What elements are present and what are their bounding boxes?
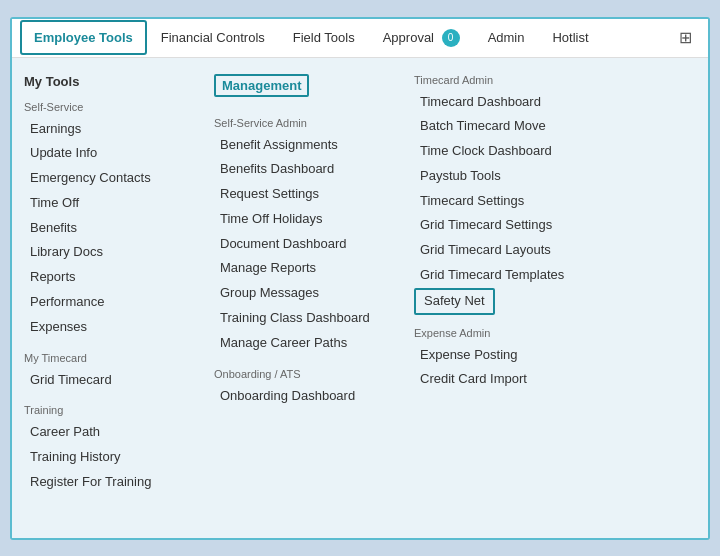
link-time-off[interactable]: Time Off: [24, 191, 204, 216]
link-training-history[interactable]: Training History: [24, 445, 204, 470]
grid-icon[interactable]: ⊞: [671, 20, 700, 55]
link-group-messages[interactable]: Group Messages: [214, 281, 404, 306]
link-safety-net[interactable]: Safety Net: [414, 288, 495, 315]
link-career-path[interactable]: Career Path: [24, 420, 204, 445]
top-nav: Employee Tools Financial Controls Field …: [12, 19, 708, 58]
link-request-settings[interactable]: Request Settings: [214, 182, 404, 207]
approval-badge: 0: [442, 29, 460, 47]
self-service-subheader: Self-Service: [24, 101, 204, 113]
expense-admin-subheader: Expense Admin: [414, 327, 634, 339]
nav-admin[interactable]: Admin: [474, 20, 539, 55]
link-register-for-training[interactable]: Register For Training: [24, 470, 204, 495]
link-grid-timecard[interactable]: Grid Timecard: [24, 368, 204, 393]
link-emergency-contacts[interactable]: Emergency Contacts: [24, 166, 204, 191]
my-tools-header: My Tools: [24, 74, 204, 89]
nav-financial-controls[interactable]: Financial Controls: [147, 20, 279, 55]
link-library-docs[interactable]: Library Docs: [24, 240, 204, 265]
main-container: Employee Tools Financial Controls Field …: [10, 17, 710, 540]
link-timecard-settings[interactable]: Timecard Settings: [414, 189, 634, 214]
link-reports[interactable]: Reports: [24, 265, 204, 290]
link-grid-timecard-layouts[interactable]: Grid Timecard Layouts: [414, 238, 634, 263]
link-paystub-tools[interactable]: Paystub Tools: [414, 164, 634, 189]
management-column: Management Self-Service Admin Benefit As…: [214, 74, 414, 518]
self-service-admin-subheader: Self-Service Admin: [214, 117, 404, 129]
management-header: Management: [214, 74, 309, 97]
link-time-clock-dashboard[interactable]: Time Clock Dashboard: [414, 139, 634, 164]
nav-employee-tools[interactable]: Employee Tools: [20, 20, 147, 55]
my-tools-column: My Tools Self-Service Earnings Update In…: [24, 74, 214, 518]
nav-hotlist[interactable]: Hotlist: [538, 20, 602, 55]
link-expense-posting[interactable]: Expense Posting: [414, 343, 634, 368]
link-performance[interactable]: Performance: [24, 290, 204, 315]
link-grid-timecard-templates[interactable]: Grid Timecard Templates: [414, 263, 634, 288]
link-training-class-dashboard[interactable]: Training Class Dashboard: [214, 306, 404, 331]
link-manage-career-paths[interactable]: Manage Career Paths: [214, 331, 404, 356]
link-document-dashboard[interactable]: Document Dashboard: [214, 232, 404, 257]
link-benefits[interactable]: Benefits: [24, 216, 204, 241]
my-timecard-subheader: My Timecard: [24, 352, 204, 364]
link-earnings[interactable]: Earnings: [24, 117, 204, 142]
link-expenses[interactable]: Expenses: [24, 315, 204, 340]
nav-approval[interactable]: Approval 0: [369, 19, 474, 57]
link-batch-timecard-move[interactable]: Batch Timecard Move: [414, 114, 634, 139]
link-time-off-holidays[interactable]: Time Off Holidays: [214, 207, 404, 232]
onboarding-subheader: Onboarding / ATS: [214, 368, 404, 380]
link-manage-reports[interactable]: Manage Reports: [214, 256, 404, 281]
timecard-admin-subheader: Timecard Admin: [414, 74, 634, 86]
nav-field-tools[interactable]: Field Tools: [279, 20, 369, 55]
link-grid-timecard-settings[interactable]: Grid Timecard Settings: [414, 213, 634, 238]
link-update-info[interactable]: Update Info: [24, 141, 204, 166]
link-timecard-dashboard[interactable]: Timecard Dashboard: [414, 90, 634, 115]
link-credit-card-import[interactable]: Credit Card Import: [414, 367, 634, 392]
timecard-admin-column: Timecard Admin Timecard Dashboard Batch …: [414, 74, 634, 518]
link-benefits-dashboard[interactable]: Benefits Dashboard: [214, 157, 404, 182]
link-onboarding-dashboard[interactable]: Onboarding Dashboard: [214, 384, 404, 409]
training-subheader: Training: [24, 404, 204, 416]
dropdown-panel: My Tools Self-Service Earnings Update In…: [12, 58, 708, 538]
link-benefit-assignments[interactable]: Benefit Assignments: [214, 133, 404, 158]
